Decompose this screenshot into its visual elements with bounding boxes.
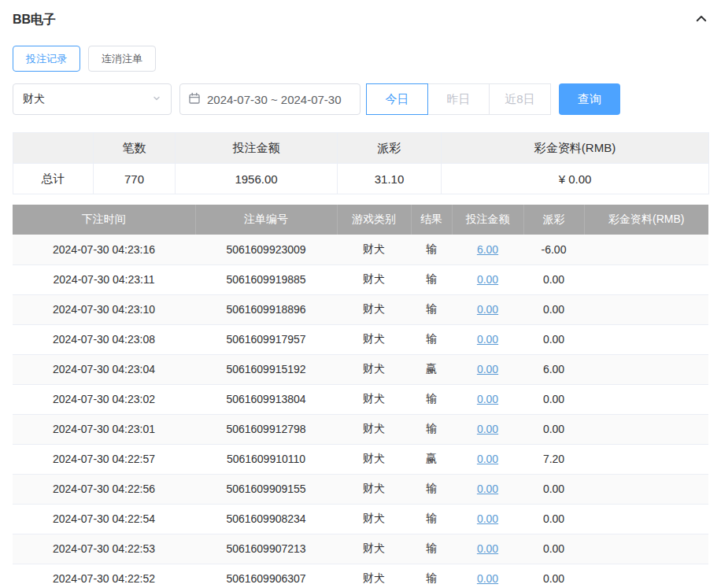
cell-payout: 0.00 <box>523 384 584 414</box>
cell-bet-amount: 6.00 <box>452 235 523 264</box>
cell-result: 输 <box>411 414 452 444</box>
table-header-cell: 下注时间 <box>13 205 195 235</box>
table-body: 2024-07-30 04:23:165061609923009财犬输6.00-… <box>13 235 708 588</box>
quick-button-last-8-days[interactable]: 近8日 <box>489 83 551 115</box>
table-header-cell: 游戏类别 <box>337 205 411 235</box>
tabs: 投注记录连消注单 <box>13 46 708 72</box>
table-header-cell: 结果 <box>411 205 452 235</box>
records-table: 下注时间注单编号游戏类别结果投注金额派彩彩金资料(RMB) 2024-07-30… <box>13 205 708 588</box>
bet-amount-link[interactable]: 0.00 <box>477 423 498 435</box>
panel-header: BB电子 <box>13 9 708 30</box>
cell-bet-amount: 0.00 <box>452 414 523 444</box>
table-header-cell: 投注金额 <box>452 205 523 235</box>
collapse-panel-button[interactable] <box>694 12 708 28</box>
table-header-cell: 派彩 <box>523 205 584 235</box>
cell-result: 输 <box>411 504 452 534</box>
calendar-icon <box>188 92 201 107</box>
summary-header-cell: 派彩 <box>338 133 442 164</box>
search-button[interactable]: 查询 <box>559 83 620 115</box>
cell-payout: 0.00 <box>523 534 584 564</box>
cell-payout: 6.00 <box>523 354 584 384</box>
cell-bet-time: 2024-07-30 04:23:04 <box>13 354 195 384</box>
cell-payout: 0.00 <box>523 324 584 354</box>
cell-bet-time: 2024-07-30 04:22:52 <box>13 564 195 588</box>
table-row: 2024-07-30 04:22:525061609906307财犬输0.000… <box>13 564 708 588</box>
cell-game-type: 财犬 <box>337 354 411 384</box>
cell-order-id: 5061609912798 <box>195 414 337 444</box>
cell-result: 输 <box>411 294 452 324</box>
quick-button-yesterday[interactable]: 昨日 <box>427 83 490 115</box>
bet-amount-link[interactable]: 0.00 <box>477 393 498 405</box>
cell-bonus <box>584 534 708 564</box>
cell-game-type: 财犬 <box>337 504 411 534</box>
bet-amount-link[interactable]: 0.00 <box>477 572 498 585</box>
cell-bet-time: 2024-07-30 04:22:57 <box>13 444 195 474</box>
cell-bonus <box>584 444 708 474</box>
summary-header-row: 笔数投注金额派彩彩金资料(RMB) <box>13 133 709 164</box>
tab-bet-records[interactable]: 投注记录 <box>13 46 80 72</box>
table-row: 2024-07-30 04:22:575061609910110财犬赢0.007… <box>13 444 708 474</box>
bet-amount-link[interactable]: 0.00 <box>477 453 498 465</box>
cell-bet-time: 2024-07-30 04:22:53 <box>13 534 195 564</box>
cell-bet-amount: 0.00 <box>452 294 523 324</box>
cell-bet-time: 2024-07-30 04:23:01 <box>13 414 195 444</box>
cell-bonus <box>584 294 708 324</box>
summary-bet-amount: 1956.00 <box>176 164 338 194</box>
date-range-value: 2024-07-30 ~ 2024-07-30 <box>207 93 342 106</box>
cell-game-type: 财犬 <box>337 444 411 474</box>
cell-bet-amount: 0.00 <box>452 564 523 588</box>
bet-amount-link[interactable]: 6.00 <box>477 243 498 256</box>
cell-order-id: 5061609907213 <box>195 534 337 564</box>
table-row: 2024-07-30 04:22:565061609909155财犬输0.000… <box>13 474 708 504</box>
bet-amount-link[interactable]: 0.00 <box>477 273 498 286</box>
cell-order-id: 5061609910110 <box>195 444 337 474</box>
table-row: 2024-07-30 04:23:165061609923009财犬输6.00-… <box>13 235 708 264</box>
table-row: 2024-07-30 04:23:025061609913804财犬输0.000… <box>13 384 708 414</box>
summary-header-cell <box>13 133 94 164</box>
bet-amount-link[interactable]: 0.00 <box>477 303 498 316</box>
cell-payout: 7.20 <box>523 444 584 474</box>
quick-button-today[interactable]: 今日 <box>366 83 428 115</box>
cell-payout: 0.00 <box>523 564 584 588</box>
table-header-row: 下注时间注单编号游戏类别结果投注金额派彩彩金资料(RMB) <box>13 205 708 235</box>
cell-game-type: 财犬 <box>337 235 411 264</box>
summary-total-row: 总计 770 1956.00 31.10 ¥ 0.00 <box>13 164 709 194</box>
page-title: BB电子 <box>13 12 56 28</box>
bet-amount-link[interactable]: 0.00 <box>477 363 498 375</box>
cell-result: 输 <box>411 384 452 414</box>
cell-game-type: 财犬 <box>337 564 411 588</box>
date-quick-buttons: 今日昨日近8日 <box>367 83 551 115</box>
bet-amount-link[interactable]: 0.00 <box>477 542 498 555</box>
cell-bet-amount: 0.00 <box>452 264 523 294</box>
tab-canceled-orders[interactable]: 连消注单 <box>88 46 156 72</box>
cell-result: 输 <box>411 264 452 294</box>
cell-result: 输 <box>411 235 452 264</box>
cell-payout: 0.00 <box>523 414 584 444</box>
bb-electronics-panel: BB电子 投注记录连消注单 财犬 <box>0 0 721 588</box>
cell-game-type: 财犬 <box>337 294 411 324</box>
cell-payout: 0.00 <box>523 264 584 294</box>
cell-bet-time: 2024-07-30 04:23:08 <box>13 324 195 354</box>
table-row: 2024-07-30 04:23:085061609917957财犬输0.000… <box>13 324 708 354</box>
summary-table: 笔数投注金额派彩彩金资料(RMB) 总计 770 1956.00 31.10 ¥… <box>13 132 709 194</box>
bet-amount-link[interactable]: 0.00 <box>477 333 498 346</box>
chevron-down-icon <box>152 93 161 105</box>
cell-game-type: 财犬 <box>337 534 411 564</box>
cell-bet-amount: 0.00 <box>452 354 523 384</box>
summary-total-label: 总计 <box>13 164 94 194</box>
cell-result: 输 <box>411 324 452 354</box>
date-range-picker[interactable]: 2024-07-30 ~ 2024-07-30 <box>179 83 360 115</box>
summary-header-cell: 投注金额 <box>176 133 338 164</box>
bet-amount-link[interactable]: 0.00 <box>477 512 498 525</box>
summary-header-cell: 笔数 <box>94 133 176 164</box>
cell-bet-amount: 0.00 <box>452 504 523 534</box>
cell-game-type: 财犬 <box>337 384 411 414</box>
game-select[interactable]: 财犬 <box>13 83 172 115</box>
bet-amount-link[interactable]: 0.00 <box>477 483 498 495</box>
cell-bonus <box>584 474 708 504</box>
cell-result: 赢 <box>411 354 452 384</box>
cell-bet-time: 2024-07-30 04:23:02 <box>13 384 195 414</box>
cell-bet-time: 2024-07-30 04:22:54 <box>13 504 195 534</box>
cell-order-id: 5061609909155 <box>195 474 337 504</box>
cell-bet-time: 2024-07-30 04:23:10 <box>13 294 195 324</box>
